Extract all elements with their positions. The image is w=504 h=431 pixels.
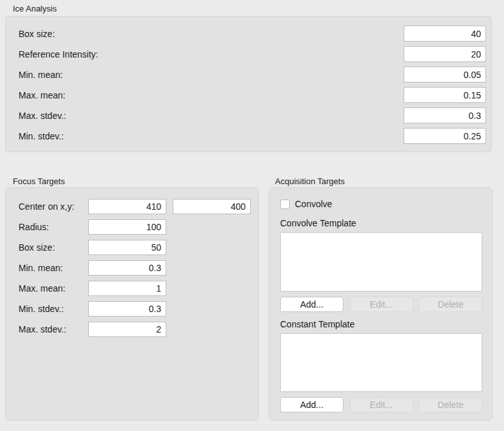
ice-min-mean-input[interactable] (404, 67, 486, 82)
convolve-checkbox-row: Convolve (280, 198, 481, 210)
acquisition-targets-group: Convolve Convolve Template Add... Edit..… (269, 187, 492, 421)
ice-analysis-group: Box size: Reference Intensity: Min. mean… (5, 16, 492, 152)
box-size-label: Box size: (19, 242, 88, 253)
convolve-add-button[interactable]: Add... (280, 297, 343, 312)
ice-analysis-title: Ice Analysis (13, 4, 57, 14)
min-stdev-label: Min. stdev.: (19, 304, 88, 314)
convolve-edit-button: Edit... (350, 297, 413, 312)
focus-row-min-mean: Min. mean: (19, 260, 253, 276)
ice-max-stdev-input[interactable] (404, 107, 486, 123)
constant-delete-button: Delete (419, 397, 482, 412)
ice-max-mean-input[interactable] (404, 87, 486, 103)
convolve-template-label: Convolve Template (280, 218, 481, 228)
ice-row-min-mean: Min. mean: (19, 67, 486, 82)
max-mean-label: Max. mean: (19, 283, 88, 294)
ice-box-size-input[interactable] (404, 26, 486, 42)
ice-row-box-size: Box size: (19, 26, 486, 42)
constant-add-button[interactable]: Add... (280, 397, 343, 412)
focus-min-stdev-input[interactable] (88, 301, 166, 317)
focus-center-y-input[interactable] (173, 199, 251, 214)
focus-targets-title: Focus Targets (13, 176, 65, 187)
convolve-template-list[interactable] (280, 232, 482, 292)
max-mean-label: Max. mean: (19, 90, 65, 100)
ice-min-stdev-input[interactable] (404, 128, 486, 144)
convolve-delete-button: Delete (419, 297, 482, 312)
constant-template-buttons: Add... Edit... Delete (280, 397, 482, 412)
focus-row-min-stdev: Min. stdev.: (19, 301, 253, 317)
focus-targets-group: Center on x,y: Radius: Box size: Min. me… (5, 187, 259, 421)
focus-row-box-size: Box size: (19, 240, 253, 255)
focus-box-size-input[interactable] (88, 240, 166, 255)
focus-max-mean-input[interactable] (88, 281, 166, 296)
ice-row-reference-intensity: Reference Intensity: (19, 46, 486, 62)
focus-max-stdev-input[interactable] (88, 322, 166, 337)
max-stdev-label: Max. stdev.: (19, 324, 88, 334)
max-stdev-label: Max. stdev.: (19, 111, 66, 121)
ice-row-min-stdev: Min. stdev.: (19, 128, 486, 144)
min-stdev-label: Min. stdev.: (19, 131, 64, 141)
ice-row-max-mean: Max. mean: (19, 87, 486, 103)
focus-row-max-mean: Max. mean: (19, 281, 253, 296)
constant-edit-button: Edit... (350, 397, 413, 412)
focus-radius-input[interactable] (88, 219, 166, 235)
min-mean-label: Min. mean: (19, 70, 63, 80)
focus-row-radius: Radius: (19, 219, 253, 235)
convolve-checkbox[interactable] (280, 200, 290, 209)
constant-template-list[interactable] (280, 333, 482, 392)
ice-row-max-stdev: Max. stdev.: (19, 107, 486, 123)
box-size-label: Box size: (19, 29, 55, 39)
focus-row-max-stdev: Max. stdev.: (19, 322, 253, 337)
reference-intensity-label: Reference Intensity: (19, 49, 98, 59)
convolve-template-buttons: Add... Edit... Delete (280, 297, 482, 312)
ice-reference-intensity-input[interactable] (404, 46, 486, 62)
center-xy-label: Center on x,y: (19, 201, 88, 212)
focus-row-center-xy: Center on x,y: (19, 199, 253, 214)
focus-center-x-input[interactable] (88, 199, 166, 214)
focus-min-mean-input[interactable] (88, 260, 166, 276)
radius-label: Radius: (19, 222, 88, 232)
convolve-checkbox-label: Convolve (295, 199, 332, 209)
constant-template-label: Constant Template (280, 319, 481, 329)
acquisition-targets-title: Acquisition Targets (275, 176, 345, 187)
min-mean-label: Min. mean: (19, 263, 88, 273)
